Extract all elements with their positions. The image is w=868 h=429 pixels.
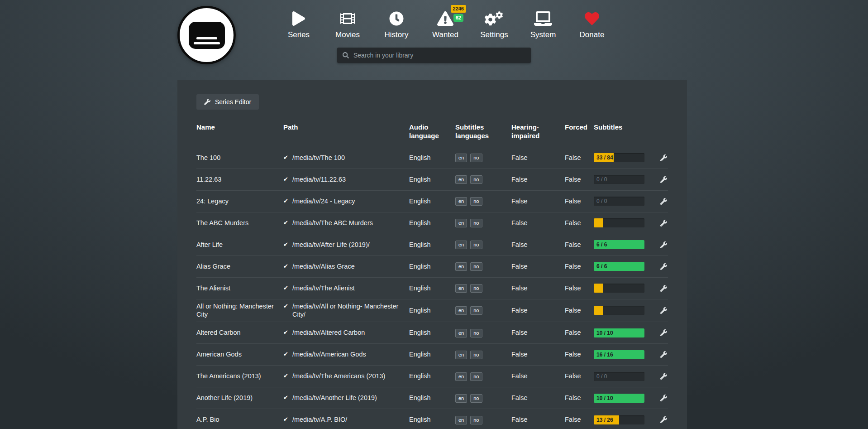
series-name[interactable]: All or Nothing: Manchester City bbox=[196, 302, 283, 319]
column-header-subtitles: Subtitles bbox=[594, 123, 654, 132]
forced: False bbox=[565, 350, 594, 359]
nav-movies[interactable]: Movies bbox=[323, 11, 372, 39]
hearing-impaired: False bbox=[511, 241, 565, 249]
content-panel: Series Editor Name Path Audio language S… bbox=[177, 80, 687, 429]
edit-series-wrench-icon[interactable] bbox=[660, 263, 667, 270]
subtitles-progress bbox=[594, 218, 644, 227]
column-header-name: Name bbox=[196, 123, 283, 132]
language-badge: en bbox=[455, 262, 467, 271]
audio-language: English bbox=[409, 175, 455, 184]
hearing-impaired: False bbox=[511, 262, 565, 271]
play-icon bbox=[292, 11, 305, 26]
check-icon: ✔ bbox=[283, 175, 288, 183]
check-icon: ✔ bbox=[283, 350, 288, 358]
subtitles-progress-fill bbox=[594, 284, 603, 293]
series-name[interactable]: The Alienist bbox=[196, 284, 283, 293]
series-table-body: The 100 ✔ /media/tv/The 100 English enno… bbox=[196, 147, 668, 429]
series-editor-button[interactable]: Series Editor bbox=[196, 94, 259, 110]
audio-language: English bbox=[409, 219, 455, 227]
check-icon: ✔ bbox=[283, 154, 288, 162]
series-name[interactable]: After Life bbox=[196, 241, 283, 249]
subtitles-progress: 10 / 10 bbox=[594, 328, 644, 337]
logo-subtitle-line bbox=[196, 37, 217, 39]
series-path: /media/tv/A.P. BIO/ bbox=[292, 415, 347, 424]
edit-series-wrench-icon[interactable] bbox=[660, 198, 667, 205]
edit-series-wrench-icon[interactable] bbox=[660, 241, 667, 248]
series-path: /media/tv/The Americans (2013) bbox=[292, 372, 386, 381]
hearing-impaired: False bbox=[511, 415, 565, 424]
subtitles-languages: enno bbox=[455, 197, 511, 206]
subtitles-progress-label: 13 / 26 bbox=[596, 415, 613, 424]
check-icon: ✔ bbox=[283, 328, 288, 337]
series-name[interactable]: Another Life (2019) bbox=[196, 394, 283, 402]
series-path: /media/tv/Another Life (2019) bbox=[292, 394, 377, 402]
forced: False bbox=[565, 284, 594, 293]
check-icon: ✔ bbox=[283, 262, 288, 270]
edit-series-wrench-icon[interactable] bbox=[660, 351, 667, 358]
audio-language: English bbox=[409, 262, 455, 271]
nav-label-donate: Donate bbox=[580, 30, 605, 39]
edit-series-wrench-icon[interactable] bbox=[660, 154, 667, 161]
edit-series-wrench-icon[interactable] bbox=[660, 416, 667, 423]
edit-series-wrench-icon[interactable] bbox=[660, 307, 667, 314]
edit-series-wrench-icon[interactable] bbox=[660, 395, 667, 401]
edit-series-wrench-icon[interactable] bbox=[660, 373, 667, 380]
language-badge: no bbox=[470, 154, 482, 162]
logo-subtitle-line bbox=[194, 42, 220, 44]
language-badge: en bbox=[455, 351, 467, 359]
series-path: /media/tv/All or Nothing- Manchester Cit… bbox=[292, 302, 403, 319]
edit-series-wrench-icon[interactable] bbox=[660, 285, 667, 292]
forced: False bbox=[565, 394, 594, 402]
nav-series[interactable]: Series bbox=[274, 11, 323, 39]
edit-series-wrench-icon[interactable] bbox=[660, 220, 667, 227]
forced: False bbox=[565, 197, 594, 206]
nav-system[interactable]: System bbox=[519, 11, 568, 39]
language-badge: no bbox=[470, 219, 482, 227]
series-path: /media/tv/11.22.63 bbox=[292, 175, 346, 184]
wanted-series-count-badge: 2246 bbox=[451, 5, 466, 13]
search-icon bbox=[343, 52, 349, 60]
series-name[interactable]: The 100 bbox=[196, 154, 283, 162]
nav-label-movies: Movies bbox=[335, 30, 360, 39]
nav-wanted[interactable]: 2246 62 Wanted bbox=[421, 11, 470, 39]
check-icon: ✔ bbox=[283, 197, 288, 205]
table-header: Name Path Audio language Subtitles langu… bbox=[196, 123, 668, 147]
check-icon: ✔ bbox=[283, 284, 288, 292]
heart-icon bbox=[585, 11, 599, 26]
forced: False bbox=[565, 415, 594, 424]
nav-donate[interactable]: Donate bbox=[568, 11, 616, 39]
series-name[interactable]: Alias Grace bbox=[196, 262, 283, 271]
bazarr-logo[interactable] bbox=[177, 6, 236, 64]
audio-language: English bbox=[409, 394, 455, 402]
series-name[interactable]: Altered Carbon bbox=[196, 328, 283, 337]
column-header-path: Path bbox=[283, 123, 409, 132]
nav-history[interactable]: History bbox=[372, 11, 421, 39]
table-row: The ABC Murders ✔ /media/tv/The ABC Murd… bbox=[196, 212, 668, 234]
series-name[interactable]: American Gods bbox=[196, 350, 283, 359]
check-icon: ✔ bbox=[283, 394, 288, 402]
check-icon: ✔ bbox=[283, 372, 288, 380]
series-name[interactable]: A.P. Bio bbox=[196, 415, 283, 424]
edit-series-wrench-icon[interactable] bbox=[660, 329, 667, 336]
subtitles-languages: enno bbox=[455, 372, 511, 381]
edit-series-wrench-icon[interactable] bbox=[660, 176, 667, 183]
nav-settings[interactable]: Settings bbox=[470, 11, 519, 39]
audio-language: English bbox=[409, 372, 455, 381]
subtitles-languages: enno bbox=[455, 284, 511, 293]
logo-tv-icon bbox=[189, 22, 225, 49]
series-name[interactable]: 24: Legacy bbox=[196, 197, 283, 206]
language-badge: no bbox=[470, 241, 482, 249]
audio-language: English bbox=[409, 350, 455, 359]
series-name[interactable]: 11.22.63 bbox=[196, 175, 283, 184]
audio-language: English bbox=[409, 197, 455, 206]
language-badge: en bbox=[455, 284, 467, 293]
column-header-forced: Forced bbox=[565, 123, 594, 132]
language-badge: no bbox=[470, 175, 482, 184]
forced: False bbox=[565, 154, 594, 162]
check-icon: ✔ bbox=[283, 241, 288, 249]
subtitles-languages: enno bbox=[455, 175, 511, 184]
series-name[interactable]: The ABC Murders bbox=[196, 219, 283, 227]
series-name[interactable]: The Americans (2013) bbox=[196, 372, 283, 381]
subtitles-progress-label: 0 / 0 bbox=[596, 197, 607, 206]
search-input[interactable] bbox=[337, 48, 531, 63]
